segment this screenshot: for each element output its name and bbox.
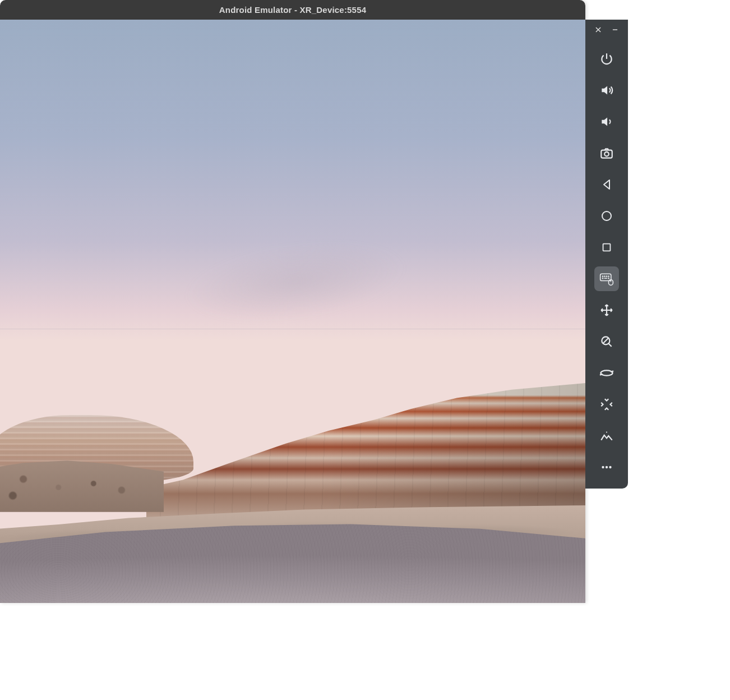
svg-point-15 bbox=[601, 370, 613, 375]
emulator-window: Android Emulator - XR_Device:5554 bbox=[0, 0, 585, 603]
svg-point-8 bbox=[608, 276, 609, 277]
window-title: Android Emulator - XR_Device:5554 bbox=[219, 5, 367, 15]
svg-point-17 bbox=[602, 466, 604, 468]
emulator-toolbar bbox=[585, 20, 628, 489]
svg-rect-3 bbox=[603, 244, 611, 251]
home-icon bbox=[600, 209, 613, 223]
minimize-button[interactable] bbox=[608, 23, 622, 36]
recenter-icon bbox=[599, 397, 614, 412]
zoom-disabled-button[interactable] bbox=[594, 329, 619, 354]
svg-point-1 bbox=[604, 152, 609, 156]
rotate-3d-button[interactable] bbox=[594, 361, 619, 385]
close-icon bbox=[594, 26, 602, 34]
volume-up-button[interactable] bbox=[594, 78, 619, 103]
power-icon bbox=[599, 52, 614, 66]
recenter-button[interactable] bbox=[594, 392, 619, 417]
svg-point-18 bbox=[606, 466, 608, 468]
overview-button[interactable] bbox=[594, 235, 619, 260]
home-button[interactable] bbox=[594, 204, 619, 228]
volume-down-icon bbox=[599, 114, 614, 129]
volume-down-button[interactable] bbox=[594, 109, 619, 134]
close-button[interactable] bbox=[592, 23, 605, 36]
scene-foreground-rock bbox=[0, 524, 585, 603]
screenshot-button[interactable] bbox=[594, 141, 619, 165]
zoom-disabled-icon bbox=[599, 334, 614, 349]
scene-mesa bbox=[146, 381, 585, 518]
volume-up-icon bbox=[599, 83, 614, 98]
more-button[interactable] bbox=[594, 455, 619, 480]
svg-point-5 bbox=[602, 276, 603, 277]
scene-ground bbox=[0, 300, 585, 603]
overview-icon bbox=[600, 241, 613, 254]
svg-point-7 bbox=[606, 276, 607, 277]
move-button[interactable] bbox=[594, 298, 619, 323]
more-icon bbox=[599, 460, 614, 475]
input-mode-button[interactable] bbox=[594, 266, 619, 291]
back-icon bbox=[600, 178, 613, 191]
svg-rect-0 bbox=[601, 150, 612, 158]
svg-point-2 bbox=[602, 211, 611, 220]
rotate-3d-icon bbox=[599, 365, 615, 381]
emulator-viewport[interactable] bbox=[0, 20, 585, 603]
svg-point-19 bbox=[609, 466, 611, 468]
svg-point-10 bbox=[608, 278, 609, 279]
move-icon bbox=[599, 303, 614, 317]
screenshot-icon bbox=[599, 146, 614, 160]
passthrough-button[interactable] bbox=[594, 423, 619, 448]
svg-point-6 bbox=[604, 276, 605, 277]
back-button[interactable] bbox=[594, 172, 619, 197]
window-titlebar[interactable]: Android Emulator - XR_Device:5554 bbox=[0, 0, 585, 20]
input-mode-icon bbox=[599, 271, 615, 287]
svg-point-16 bbox=[606, 431, 607, 432]
passthrough-icon bbox=[599, 429, 614, 443]
svg-point-9 bbox=[602, 278, 603, 279]
power-button[interactable] bbox=[594, 47, 619, 71]
minimize-icon bbox=[611, 26, 619, 34]
